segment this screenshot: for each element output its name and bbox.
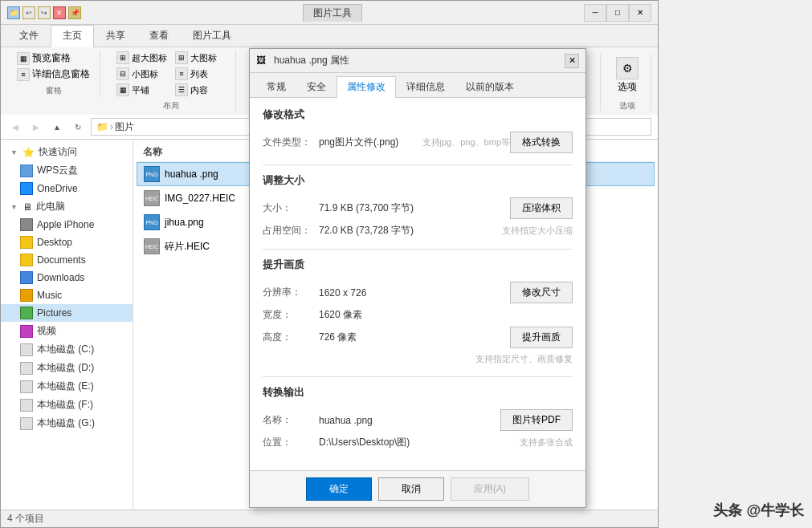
- compress-btn[interactable]: 压缩体积: [510, 197, 573, 219]
- apply-btn[interactable]: 应用(A): [451, 477, 529, 501]
- size-value: 71.9 KB (73,700 字节): [319, 201, 510, 215]
- file-type-value: png图片文件(.png): [319, 136, 422, 149]
- view-extra-large[interactable]: ⊞超大图标: [113, 51, 170, 65]
- dialog-tab-general[interactable]: 常规: [256, 76, 296, 97]
- preview-pane-btn[interactable]: ▦ 预览窗格: [14, 51, 93, 66]
- title-bar-icons: 📁 ↩ ↪ ✕ 📌: [7, 6, 81, 19]
- sidebar-item-g[interactable]: 本地磁盘 (G:): [1, 414, 133, 433]
- ribbon-group-pane: ▦ 预览窗格 ≡ 详细信息窗格 窗格: [7, 51, 100, 96]
- convert-name-row: 名称： huahua .png 图片转PDF: [263, 409, 573, 431]
- pin-btn[interactable]: 📌: [68, 6, 81, 19]
- view-list[interactable]: ≡列表: [172, 67, 229, 81]
- view-content[interactable]: ☰内容: [172, 83, 229, 97]
- sidebar-item-downloads[interactable]: Downloads: [1, 269, 133, 286]
- redo-btn[interactable]: ↪: [38, 6, 51, 19]
- width-value: 1620 像素: [319, 308, 573, 322]
- sidebar-item-onedrive[interactable]: OneDrive: [1, 180, 133, 197]
- up-btn[interactable]: ▲: [49, 119, 65, 135]
- ribbon-tab-manage[interactable]: 图片工具: [303, 4, 362, 22]
- section-convert: 转换输出 名称： huahua .png 图片转PDF 位置： D:\Users…: [263, 385, 573, 449]
- sidebar-item-pictures[interactable]: Pictures: [1, 304, 133, 322]
- resize-btn[interactable]: 修改尺寸: [510, 282, 573, 303]
- large-icon: ⊞: [175, 51, 188, 64]
- pictures-label: Pictures: [37, 307, 71, 319]
- width-label: 宽度：: [263, 308, 319, 322]
- undo-btn[interactable]: ↩: [22, 6, 35, 19]
- dialog-close-btn[interactable]: ✕: [565, 54, 579, 68]
- ribbon-group-options: ⚙ 选项 选项: [604, 54, 651, 112]
- list-icon: ≡: [175, 67, 188, 80]
- view-large[interactable]: ⊞大图标: [172, 51, 229, 65]
- sidebar-section-quick-access[interactable]: ▼ ⭐ 快速访问: [1, 143, 133, 161]
- refresh-btn[interactable]: ↻: [70, 119, 86, 135]
- tab-view[interactable]: 查看: [137, 25, 181, 47]
- layout-items: ⊞超大图标 ⊞大图标 ⊟小图标 ≡列表 ▦平铺 ☰内容: [113, 51, 229, 97]
- disk-e-icon: [20, 380, 33, 393]
- height-label: 高度：: [263, 331, 319, 344]
- downloads-label: Downloads: [37, 272, 84, 283]
- status-text: 4 个项目: [7, 512, 44, 526]
- size-label: 大小：: [263, 201, 319, 215]
- convert-location-row: 位置： D:\Users\Desktop\图) 支持多张合成: [263, 436, 573, 449]
- sidebar-item-music[interactable]: Music: [1, 286, 133, 304]
- dialog-file-icon: 🖼: [256, 55, 269, 67]
- disk-e-label: 本地磁盘 (E:): [37, 380, 94, 393]
- sidebar-item-e[interactable]: 本地磁盘 (E:): [1, 377, 133, 396]
- disk-c-label: 本地磁盘 (C:): [37, 343, 94, 356]
- ribbon-tabs: 文件 主页 共享 查看 图片工具: [1, 25, 658, 47]
- sidebar-item-videos[interactable]: 视频: [1, 322, 133, 340]
- divider-3: [263, 376, 573, 377]
- sidebar: ▼ ⭐ 快速访问 WPS云盘 OneDrive ▼ 🖥 此电脑 Apple iP…: [1, 140, 133, 510]
- tab-share[interactable]: 共享: [94, 25, 137, 47]
- dialog-tab-attributes[interactable]: 属性修改: [337, 76, 396, 98]
- sidebar-item-f[interactable]: 本地磁盘 (F:): [1, 396, 133, 414]
- png-icon-1: PNG: [144, 166, 160, 182]
- forward-btn[interactable]: ▶: [28, 119, 44, 135]
- view-small[interactable]: ⊟小图标: [113, 67, 170, 81]
- expand-arrow-pc: ▼: [10, 203, 18, 211]
- content-icon: ☰: [175, 83, 188, 96]
- file-type-row: 文件类型： png图片文件(.png) 支持jpg、png、bmp等 格式转换: [263, 132, 573, 153]
- dialog-tab-details[interactable]: 详细信息: [396, 76, 455, 97]
- sidebar-section-this-pc[interactable]: ▼ 🖥 此电脑: [1, 197, 133, 216]
- cancel-btn[interactable]: 取消: [378, 477, 444, 501]
- maximize-btn[interactable]: □: [606, 4, 629, 22]
- disk-c-icon: [20, 343, 33, 356]
- dialog-tabs: 常规 安全 属性修改 详细信息 以前的版本: [250, 73, 586, 98]
- quality-title: 提升画质: [263, 258, 573, 275]
- quality-btn[interactable]: 提升画质: [510, 327, 573, 348]
- close-btn[interactable]: ✕: [629, 4, 651, 22]
- view-tile[interactable]: ▦平铺: [113, 83, 170, 97]
- tab-file[interactable]: 文件: [7, 25, 51, 47]
- detail-pane-btn[interactable]: ≡ 详细信息窗格: [14, 67, 93, 82]
- height-value: 726 像素: [319, 331, 510, 344]
- dialog-content: 修改格式 文件类型： png图片文件(.png) 支持jpg、png、bmp等 …: [250, 98, 586, 470]
- expand-arrow: ▼: [10, 148, 18, 156]
- file-name-2: IMG_0227.HEIC: [165, 193, 235, 204]
- dialog-tab-previous[interactable]: 以前的版本: [455, 76, 524, 97]
- minimize-btn[interactable]: ─: [584, 4, 606, 22]
- detail-icon: ≡: [17, 68, 30, 81]
- resolution-row: 分辨率： 1620 x 726 修改尺寸: [263, 282, 573, 303]
- pdf-convert-btn[interactable]: 图片转PDF: [500, 409, 573, 431]
- tab-home[interactable]: 主页: [51, 25, 94, 47]
- sidebar-item-wps[interactable]: WPS云盘: [1, 161, 133, 180]
- disk-g-label: 本地磁盘 (G:): [37, 416, 95, 430]
- sidebar-item-desktop[interactable]: Desktop: [1, 234, 133, 251]
- sidebar-item-d[interactable]: 本地磁盘 (D:): [1, 359, 133, 377]
- options-btn[interactable]: ⚙ 选项: [610, 54, 644, 97]
- sidebar-item-documents[interactable]: Documents: [1, 251, 133, 269]
- format-convert-btn[interactable]: 格式转换: [510, 132, 573, 153]
- watermark: 头条 @牛学长: [713, 501, 804, 520]
- back-btn[interactable]: ◀: [7, 119, 23, 135]
- dialog-tab-security[interactable]: 安全: [296, 76, 337, 97]
- sidebar-item-iphone[interactable]: Apple iPhone: [1, 216, 133, 234]
- close-small-btn[interactable]: ✕: [53, 6, 66, 19]
- width-row: 宽度： 1620 像素: [263, 308, 573, 322]
- convert-location-label: 位置：: [263, 436, 319, 449]
- height-row: 高度： 726 像素 提升画质: [263, 327, 573, 348]
- ok-btn[interactable]: 确定: [306, 477, 372, 501]
- file-type-label: 文件类型：: [263, 136, 319, 149]
- sidebar-item-c[interactable]: 本地磁盘 (C:): [1, 340, 133, 359]
- tab-picture-tools[interactable]: 图片工具: [181, 25, 243, 47]
